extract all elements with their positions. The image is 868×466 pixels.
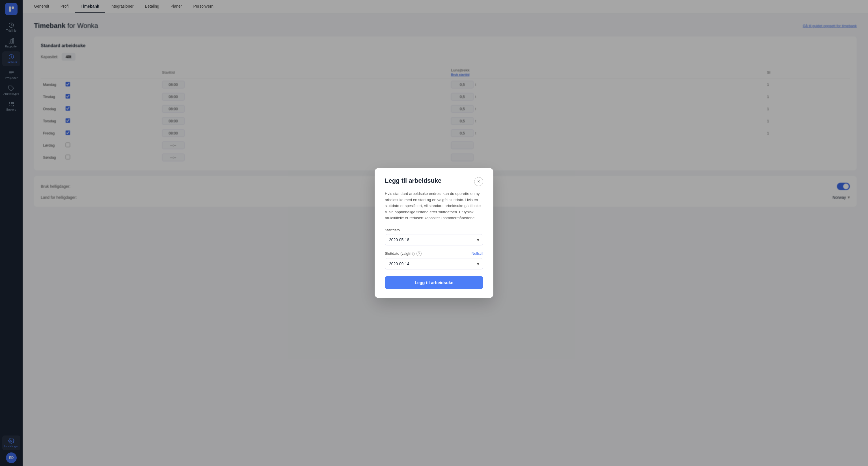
help-icon[interactable]: ?: [416, 251, 422, 256]
modal-overlay: Legg til arbeidsuke × Hvis standard arbe…: [0, 0, 868, 466]
sluttdato-select[interactable]: 2020-09-14: [385, 258, 483, 269]
modal-description: Hvis standard arbeidsuke endres, kan du …: [385, 191, 483, 221]
modal-title: Legg til arbeidsuke: [385, 177, 442, 185]
legg-til-arbeidsuke-button[interactable]: Legg til arbeidsuke: [385, 276, 483, 289]
sluttdato-label: Sluttdato (valgfritt) ?: [385, 251, 422, 256]
nullstill-link[interactable]: Nullstill: [472, 252, 483, 256]
startdato-select[interactable]: 2020-05-18: [385, 234, 483, 245]
modal-header: Legg til arbeidsuke ×: [385, 177, 483, 186]
startdato-wrap: 2020-05-18 ▾: [385, 234, 483, 245]
modal-close-button[interactable]: ×: [474, 177, 483, 186]
startdato-label: Startdato: [385, 228, 483, 232]
close-icon: ×: [477, 179, 480, 184]
sluttdato-wrap: 2020-09-14 ▾: [385, 258, 483, 269]
sluttdato-label-row: Sluttdato (valgfritt) ? Nullstill: [385, 251, 483, 256]
modal: Legg til arbeidsuke × Hvis standard arbe…: [375, 168, 493, 298]
